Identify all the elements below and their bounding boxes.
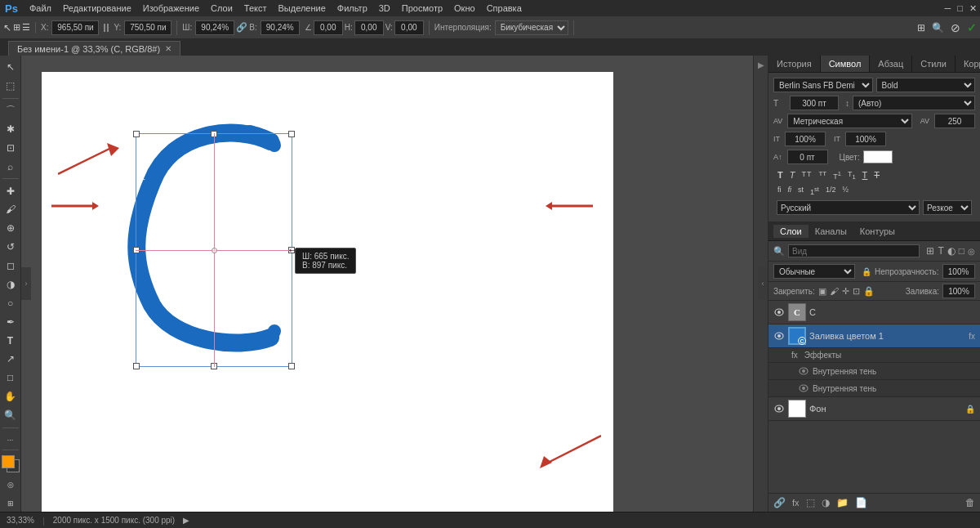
document-tab[interactable]: Без имени-1 @ 33,3% (C, RGB/8#) ✕ (8, 41, 180, 56)
canvas-area[interactable]: › (21, 56, 768, 512)
menu-image[interactable]: Изображение (138, 2, 204, 15)
language-select[interactable]: Русский (777, 200, 920, 215)
layer-inner-shadow-1[interactable]: Внутренняя тень (768, 363, 980, 380)
menu-filter[interactable]: Фильтр (332, 2, 372, 15)
ot-1-2[interactable]: ½ (841, 185, 849, 197)
typo-italic[interactable]: T (789, 169, 796, 181)
menu-edit[interactable]: Редактирование (58, 2, 136, 15)
leading-select[interactable]: (Авто) (853, 96, 975, 110)
layers-new-group-icon[interactable]: ⊞ (926, 245, 934, 257)
layers-new-icon[interactable]: 📄 (855, 497, 867, 508)
stamp-tool[interactable]: ⊕ (2, 220, 20, 237)
w-input[interactable] (195, 20, 234, 35)
quick-mask[interactable]: ◎ (2, 476, 20, 493)
typo-caps[interactable]: TT (800, 169, 813, 181)
ot-fractions[interactable]: 1/2 (825, 185, 837, 197)
layer-fill-item[interactable]: C Заливка цветом 1 fx (768, 324, 980, 348)
quick-select-tool[interactable]: ✱ (2, 121, 20, 138)
transform-icon[interactable]: ⊞ (13, 22, 20, 33)
ot-ordinals[interactable]: 1st (809, 185, 820, 197)
inner-shadow-1-eye[interactable] (798, 365, 809, 377)
layers-group-icon[interactable]: 📁 (836, 497, 849, 508)
scale-v-input[interactable] (845, 132, 886, 146)
handle-bl[interactable] (133, 363, 140, 369)
layer-bg-eye[interactable] (773, 403, 785, 414)
layers-type-icon[interactable]: T (938, 245, 943, 257)
lock-image-icon[interactable]: 🖌 (830, 286, 839, 296)
baseline-input[interactable] (787, 150, 828, 164)
type-tool[interactable]: T (2, 332, 20, 349)
eyedropper-tool[interactable]: ⌕ (2, 158, 20, 175)
handle-br[interactable] (288, 363, 295, 369)
screen-mode[interactable]: ⊞ (2, 494, 20, 512)
kerning-select[interactable]: Метрическая (787, 114, 911, 128)
close-icon[interactable]: ✕ (969, 3, 977, 14)
dodge-tool[interactable]: ○ (2, 294, 20, 311)
text-color-swatch[interactable] (863, 150, 893, 163)
lasso-tool[interactable]: ⌒ (2, 102, 20, 119)
cancel-transform-icon[interactable]: ⊘ (951, 21, 960, 34)
move-tool-icon[interactable]: ↖ (3, 22, 11, 34)
brush-tool[interactable]: 🖌 (2, 201, 20, 218)
layers-tab-layers[interactable]: Слои (773, 225, 808, 238)
fill-input[interactable] (942, 284, 975, 298)
menu-help[interactable]: Справка (482, 2, 527, 15)
font-style-select[interactable]: Bold (876, 78, 976, 92)
blend-mode-select[interactable]: Обычные (773, 264, 855, 279)
tool-options-icon[interactable]: ☰ (22, 22, 30, 33)
layers-tab-channels[interactable]: Каналы (808, 225, 853, 238)
menu-view[interactable]: Просмотр (397, 2, 448, 15)
inner-shadow-2-eye[interactable] (798, 383, 809, 394)
scale-h-input[interactable] (785, 132, 826, 146)
angle2-input[interactable] (354, 20, 384, 35)
crop-tool[interactable]: ⊡ (2, 139, 20, 156)
layers-tab-paths[interactable]: Контуры (853, 225, 902, 238)
typo-superscript[interactable]: T1 (832, 169, 842, 181)
warp-icon[interactable]: ⊞ (917, 22, 925, 34)
panel-collapse-right[interactable]: ‹ (758, 267, 768, 300)
more-tools[interactable]: ··· (2, 431, 20, 448)
layer-c-item[interactable]: C C (768, 301, 980, 324)
menu-window[interactable]: Окно (449, 2, 480, 15)
layer-inner-shadow-2[interactable]: Внутренняя тень (768, 380, 980, 397)
menu-file[interactable]: Файл (24, 2, 56, 15)
x-input[interactable] (51, 20, 99, 35)
interp-select[interactable]: Бикубическая (495, 20, 568, 35)
pen-tool[interactable]: ✒ (2, 313, 20, 330)
lock-artboard-icon[interactable]: ⊡ (853, 286, 860, 297)
h-input[interactable] (261, 20, 300, 35)
menu-text[interactable]: Текст (239, 2, 272, 15)
lock-position-icon[interactable]: ✛ (842, 286, 849, 297)
hand-tool[interactable]: ✋ (2, 388, 20, 405)
tab-close-btn[interactable]: ✕ (165, 44, 172, 53)
layers-link-icon[interactable]: 🔗 (773, 497, 786, 508)
layers-search-input[interactable] (788, 244, 920, 257)
search-icon[interactable]: 🔍 (932, 22, 944, 34)
layers-fx-icon[interactable]: fx (792, 498, 800, 508)
ot-discretionary[interactable]: fi (787, 185, 793, 197)
eraser-tool[interactable]: ◻ (2, 257, 20, 275)
ot-swash[interactable]: st (797, 185, 804, 197)
healing-tool[interactable]: ✚ (2, 182, 20, 199)
menu-3d[interactable]: 3D (374, 2, 395, 15)
layer-fill-fx[interactable]: fx (969, 332, 975, 341)
zoom-tool[interactable]: 🔍 (2, 407, 20, 424)
tab-history[interactable]: История (768, 56, 821, 72)
move-tool[interactable]: ↖ (2, 59, 20, 76)
marquee-tool[interactable]: ⬚ (2, 78, 20, 95)
layers-shape-icon[interactable]: □ (959, 245, 964, 257)
aa-select[interactable]: Резкое (923, 200, 972, 215)
handle-bm[interactable] (211, 363, 217, 369)
typo-subscript[interactable]: T1 (847, 169, 857, 181)
foreground-color[interactable] (2, 455, 20, 472)
layers-delete-icon[interactable]: 🗑 (965, 497, 975, 508)
layer-c-eye[interactable] (773, 307, 785, 318)
shape-tool[interactable]: □ (2, 369, 20, 387)
tracking-input[interactable] (934, 114, 975, 128)
opacity-input[interactable] (942, 264, 975, 279)
y-input[interactable] (124, 20, 172, 35)
layers-smart-icon[interactable]: ◎ (968, 247, 975, 256)
typo-strikethrough[interactable]: T (873, 169, 880, 181)
font-family-select[interactable]: Berlin Sans FB Demi (773, 78, 873, 92)
layers-mask-icon[interactable]: ⬚ (806, 497, 815, 508)
